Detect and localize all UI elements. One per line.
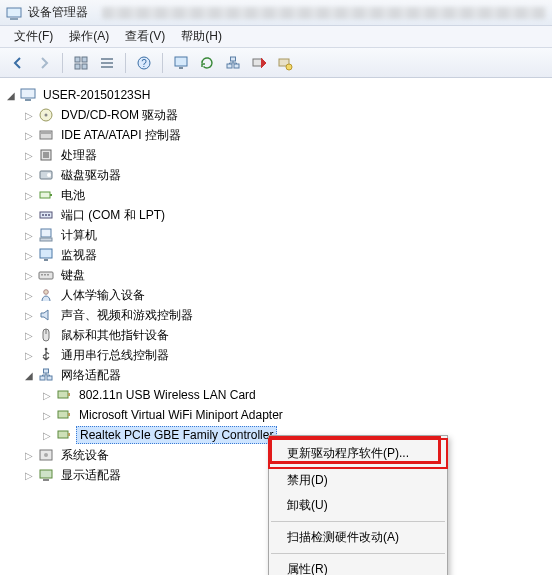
collapse-icon[interactable]: ◢ [4, 90, 18, 101]
menu-action[interactable]: 操作(A) [61, 26, 117, 47]
tree-label[interactable]: 处理器 [58, 146, 100, 165]
port-icon [38, 207, 54, 223]
twisty-spacer: ▷ [22, 350, 36, 361]
network-dev-icon [38, 367, 54, 383]
toolbar-separator [125, 53, 126, 73]
display-icon [38, 467, 54, 483]
tree-label[interactable]: 电池 [58, 186, 88, 205]
window-title: 设备管理器 [28, 4, 88, 21]
tree-row[interactable]: ▷鼠标和其他指针设备 [4, 325, 548, 345]
tree-row[interactable]: ▷Microsoft Virtual WiFi Miniport Adapter [4, 405, 548, 425]
tree-row[interactable]: ◢网络适配器 [4, 365, 548, 385]
menu-file[interactable]: 文件(F) [6, 26, 61, 47]
remove-device-icon[interactable] [247, 51, 271, 75]
twisty-spacer: ▷ [22, 330, 36, 341]
network-icon[interactable] [221, 51, 245, 75]
legacy-device-icon[interactable] [273, 51, 297, 75]
ide-icon [38, 127, 54, 143]
tree-label[interactable]: 磁盘驱动器 [58, 166, 124, 185]
twisty-spacer: ▷ [40, 390, 54, 401]
twisty-spacer: ▷ [22, 110, 36, 121]
pc-icon [38, 227, 54, 243]
tree-label[interactable]: Microsoft Virtual WiFi Miniport Adapter [76, 407, 286, 423]
tree-label[interactable]: 端口 (COM 和 LPT) [58, 206, 168, 225]
toolbar-separator [162, 53, 163, 73]
tree-row[interactable]: ▷监视器 [4, 245, 548, 265]
mouse-icon [38, 327, 54, 343]
tree-label[interactable]: DVD/CD-ROM 驱动器 [58, 106, 181, 125]
context-separator [271, 553, 445, 554]
disk-icon [38, 167, 54, 183]
sound-icon [38, 307, 54, 323]
help-icon[interactable] [132, 51, 156, 75]
tree-row[interactable]: ▷键盘 [4, 265, 548, 285]
context-item[interactable]: 扫描检测硬件改动(A) [269, 525, 447, 550]
tree-row[interactable]: ◢USER-20150123SH [4, 85, 548, 105]
tree-label[interactable]: 声音、视频和游戏控制器 [58, 306, 196, 325]
twisty-spacer: ▷ [40, 410, 54, 421]
monitor-icon[interactable] [169, 51, 193, 75]
system-icon [38, 447, 54, 463]
address-blur [102, 7, 546, 19]
context-item[interactable]: 属性(R) [269, 557, 447, 575]
tree-label[interactable]: 计算机 [58, 226, 100, 245]
tree-row[interactable]: ▷处理器 [4, 145, 548, 165]
tree-label[interactable]: 监视器 [58, 246, 100, 265]
keyboard-icon [38, 267, 54, 283]
twisty-spacer: ▷ [22, 210, 36, 221]
context-separator [271, 521, 445, 522]
back-icon[interactable] [6, 51, 30, 75]
tree-label[interactable]: 网络适配器 [58, 366, 124, 385]
tree-label[interactable]: 通用串行总线控制器 [58, 346, 172, 365]
details-icon[interactable] [95, 51, 119, 75]
tree-label[interactable]: Realtek PCIe GBE Family Controller [76, 426, 277, 444]
tree-panel: ◢USER-20150123SH▷DVD/CD-ROM 驱动器▷IDE ATA/… [0, 78, 552, 575]
twisty-spacer: ▷ [40, 430, 54, 441]
netcard-icon [56, 427, 72, 443]
app-icon [6, 5, 22, 21]
context-item[interactable]: 卸载(U) [269, 493, 447, 518]
twisty-spacer: ▷ [22, 470, 36, 481]
forward-icon[interactable] [32, 51, 56, 75]
menu-help[interactable]: 帮助(H) [173, 26, 230, 47]
tree-label[interactable]: 键盘 [58, 266, 88, 285]
twisty-spacer: ▷ [22, 270, 36, 281]
twisty-spacer: ▷ [22, 130, 36, 141]
tree-label[interactable]: 显示适配器 [58, 466, 124, 485]
context-item[interactable]: 更新驱动程序软件(P)... [269, 439, 447, 468]
tree-label[interactable]: 人体学输入设备 [58, 286, 148, 305]
svg-rect-0 [7, 8, 21, 17]
usb-icon [38, 347, 54, 363]
device-tree[interactable]: ◢USER-20150123SH▷DVD/CD-ROM 驱动器▷IDE ATA/… [4, 85, 548, 485]
tree-row[interactable]: ▷人体学输入设备 [4, 285, 548, 305]
tiles-icon[interactable] [69, 51, 93, 75]
twisty-spacer: ▷ [22, 250, 36, 261]
menu-view[interactable]: 查看(V) [117, 26, 173, 47]
tree-row[interactable]: ▷计算机 [4, 225, 548, 245]
title-bar: 设备管理器 [0, 0, 552, 26]
tree-row[interactable]: ▷DVD/CD-ROM 驱动器 [4, 105, 548, 125]
tree-row[interactable]: ▷声音、视频和游戏控制器 [4, 305, 548, 325]
tree-label[interactable]: IDE ATA/ATAPI 控制器 [58, 126, 184, 145]
tree-row[interactable]: ▷802.11n USB Wireless LAN Card [4, 385, 548, 405]
tree-row[interactable]: ▷端口 (COM 和 LPT) [4, 205, 548, 225]
context-item[interactable]: 禁用(D) [269, 468, 447, 493]
tree-row[interactable]: ▷通用串行总线控制器 [4, 345, 548, 365]
tree-row[interactable]: ▷IDE ATA/ATAPI 控制器 [4, 125, 548, 145]
tree-label[interactable]: 802.11n USB Wireless LAN Card [76, 387, 259, 403]
tree-row[interactable]: ▷磁盘驱动器 [4, 165, 548, 185]
tree-row[interactable]: ▷电池 [4, 185, 548, 205]
toolbar-separator [62, 53, 63, 73]
twisty-spacer: ▷ [22, 150, 36, 161]
tree-label[interactable]: 鼠标和其他指针设备 [58, 326, 172, 345]
menu-bar: 文件(F) 操作(A) 查看(V) 帮助(H) [0, 26, 552, 48]
tree-label[interactable]: 系统设备 [58, 446, 112, 465]
refresh-icon[interactable] [195, 51, 219, 75]
twisty-spacer: ▷ [22, 190, 36, 201]
cdrom-icon [38, 107, 54, 123]
collapse-icon[interactable]: ◢ [22, 370, 36, 381]
tree-label[interactable]: USER-20150123SH [40, 87, 153, 103]
svg-rect-1 [10, 18, 18, 20]
cpu-icon [38, 147, 54, 163]
twisty-spacer: ▷ [22, 170, 36, 181]
